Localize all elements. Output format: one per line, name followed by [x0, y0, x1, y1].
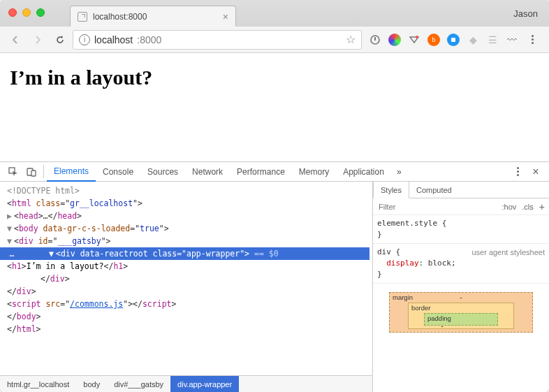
box-model-border[interactable]: border - padding -: [408, 303, 514, 329]
profile-name[interactable]: Jason: [513, 8, 538, 19]
svg-rect-4: [451, 38, 455, 42]
breadcrumb-item[interactable]: div#___gatsby: [107, 376, 170, 392]
breadcrumb-item-active[interactable]: div.app-wrapper: [170, 376, 239, 392]
window-maximize-button[interactable]: [36, 8, 45, 17]
dom-node[interactable]: </body>: [0, 310, 369, 323]
styles-tabs: Styles Computed: [373, 182, 549, 198]
devtools-tabs-overflow[interactable]: »: [391, 162, 407, 181]
chrome-menu-button[interactable]: [525, 35, 539, 44]
breadcrumb-item[interactable]: html.gr__localhost: [0, 376, 76, 392]
dom-node[interactable]: <script src="/commons.js"></script>: [0, 298, 369, 310]
inspect-element-button[interactable]: [4, 162, 22, 181]
tab-close-button[interactable]: ×: [223, 11, 228, 22]
tab-title: localhost:8000: [93, 12, 147, 22]
box-model-padding[interactable]: padding -: [424, 313, 498, 326]
dom-node[interactable]: <html class="gr__localhost">: [0, 197, 369, 210]
svg-point-2: [416, 36, 418, 38]
devtools-tab-network[interactable]: Network: [185, 162, 230, 181]
extension-icon[interactable]: [369, 34, 381, 46]
url-host: localhost: [94, 34, 133, 45]
hov-toggle[interactable]: :hov: [502, 203, 517, 211]
box-model: margin - border - padding -: [373, 284, 549, 392]
extension-icon[interactable]: [408, 34, 420, 46]
dom-doctype: <!DOCTYPE html>: [7, 186, 80, 196]
devtools-tab-elements[interactable]: Elements: [47, 162, 96, 182]
style-rule[interactable]: div {user agent stylesheet display: bloc…: [373, 244, 549, 284]
svg-rect-7: [31, 170, 36, 176]
page-heading: I’m in a layout?: [10, 66, 539, 89]
browser-tabstrip: localhost:8000 × Jason: [0, 0, 549, 27]
new-rule-button[interactable]: +: [539, 201, 545, 212]
elements-panel: <!DOCTYPE html> <html class="gr__localho…: [0, 182, 373, 392]
favicon-icon: [78, 12, 87, 22]
styles-tab-computed[interactable]: Computed: [409, 182, 459, 198]
site-info-icon[interactable]: i: [79, 34, 90, 45]
browser-toolbar: i localhost:8000 ☆ b ◆ ☰ 〰: [0, 27, 549, 53]
devtools-tabbar: Elements Console Sources Network Perform…: [0, 162, 549, 182]
url-bar[interactable]: i localhost:8000 ☆: [73, 30, 362, 50]
devtools-tab-console[interactable]: Console: [96, 162, 140, 181]
breadcrumb-item[interactable]: body: [76, 376, 107, 392]
dom-node[interactable]: ▶<head>…</head>: [0, 210, 369, 222]
forward-button[interactable]: [28, 30, 47, 50]
url-path: :8000: [137, 34, 161, 45]
dom-breadcrumb: html.gr__localhost body div#___gatsby di…: [0, 375, 372, 392]
bookmark-star-icon[interactable]: ☆: [346, 33, 356, 46]
styles-tab-styles[interactable]: Styles: [373, 182, 409, 198]
cls-toggle[interactable]: .cls: [522, 203, 534, 211]
extension-icon[interactable]: ☰: [486, 34, 499, 46]
page-viewport: I’m in a layout?: [0, 53, 549, 161]
extension-icon[interactable]: 〰: [506, 34, 518, 46]
dom-node[interactable]: <h1>I’m in a layout?</h1>: [0, 260, 369, 273]
style-rule[interactable]: element.style { }: [373, 215, 549, 244]
window-controls: [8, 8, 45, 17]
box-model-margin[interactable]: margin - border - padding -: [389, 292, 533, 333]
dom-node[interactable]: </html>: [0, 323, 369, 335]
extension-icon[interactable]: [388, 34, 401, 46]
devtools-tab-performance[interactable]: Performance: [230, 162, 292, 181]
back-button[interactable]: [6, 30, 25, 50]
svg-rect-1: [374, 37, 376, 41]
extension-icons: b ◆ ☰ 〰: [365, 34, 543, 46]
dom-node[interactable]: ▼<body data-gr-c-s-loaded="true">: [0, 222, 369, 235]
dom-node[interactable]: </div>: [0, 285, 369, 298]
styles-filter-bar: :hov .cls +: [373, 198, 549, 215]
devtools-close-button[interactable]: ×: [527, 162, 545, 181]
extension-icon[interactable]: ◆: [467, 34, 479, 46]
styles-panel: Styles Computed :hov .cls + element.styl…: [373, 182, 549, 392]
svg-text:b: b: [432, 36, 435, 43]
devtools-menu-button[interactable]: [508, 162, 527, 181]
extension-icon[interactable]: [447, 34, 460, 46]
dom-node[interactable]: ▼<div id="___gatsby">: [0, 235, 369, 247]
devtools-tab-memory[interactable]: Memory: [292, 162, 336, 181]
browser-tab[interactable]: localhost:8000 ×: [70, 6, 236, 27]
extension-icon[interactable]: b: [427, 34, 440, 46]
window-minimize-button[interactable]: [22, 8, 31, 17]
device-toolbar-button[interactable]: [22, 162, 41, 181]
devtools: Elements Console Sources Network Perform…: [0, 161, 549, 392]
dom-tree[interactable]: <!DOCTYPE html> <html class="gr__localho…: [0, 182, 372, 375]
styles-filter-input[interactable]: [377, 202, 497, 212]
dom-node[interactable]: </div>: [0, 273, 369, 285]
devtools-tab-sources[interactable]: Sources: [140, 162, 185, 181]
reload-button[interactable]: [50, 30, 70, 50]
devtools-tab-application[interactable]: Application: [336, 162, 391, 181]
window-close-button[interactable]: [8, 8, 17, 17]
dom-node-selected[interactable]: …▼<div data-reactroot class="app-wrapper…: [0, 247, 369, 260]
